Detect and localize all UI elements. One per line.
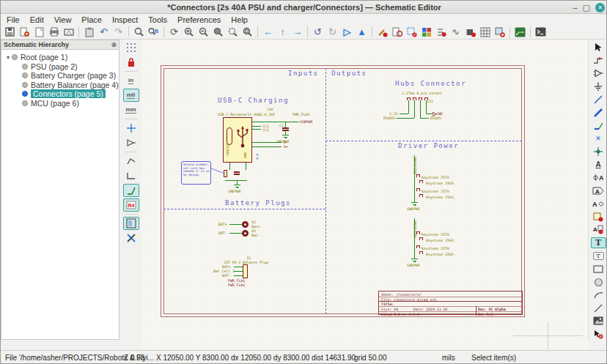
wire[interactable] [246,163,246,170]
menu-file[interactable]: File [7,15,20,24]
gnd-global-label[interactable]: GND [436,111,443,116]
zoom-in-icon[interactable] [183,26,195,38]
section-battery-plugs[interactable]: Battery Plugs [225,199,291,207]
menu-place[interactable]: Place [81,15,102,24]
mirror-vertical-icon[interactable]: ▲ [356,26,368,38]
redo-icon[interactable]: ↷ [112,26,125,38]
line-mode-free-icon[interactable] [123,155,139,168]
wire[interactable] [252,129,261,130]
balance-batp-label[interactable]: BAT+ [222,264,231,269]
balance-batm-label[interactable]: BAT- [222,273,231,278]
menu-preferences[interactable]: Preferences [177,15,221,24]
menu-edit[interactable]: Edit [30,15,44,24]
section-outputs[interactable]: Outputs [331,70,367,77]
run-erc-icon[interactable] [391,26,403,38]
hubs-note[interactable]: 1.27mm 4 pin socket [402,91,442,95]
select-tool-icon[interactable] [591,42,606,53]
keystone-label[interactable]: Keystone 3569 [426,252,454,256]
keystone-label[interactable]: Keystone 3570 [422,232,449,237]
keystone-terminal[interactable] [416,231,420,234]
add-circle-tool-icon[interactable] [591,276,606,288]
units-mils-icon[interactable]: mil [123,89,139,102]
navigate-back-icon[interactable]: ← [262,26,274,38]
units-inches-icon[interactable]: in [123,74,139,87]
print-icon[interactable] [48,26,60,38]
wire[interactable] [397,118,414,119]
snubber-cap-plate[interactable] [234,171,240,173]
add-symbol-tool-icon[interactable] [591,68,606,80]
add-label-tool-icon[interactable]: A [591,159,606,171]
gndpwr-label[interactable]: GNDPWR [407,263,419,267]
add-power-tool-icon[interactable] [591,81,606,92]
schematic-canvas[interactable]: Inputs Outputs Hubs Connector USB-C Char… [141,40,588,349]
keystone-label[interactable]: Keystone 3570 [422,246,449,250]
h2-value[interactable]: Bat- [251,233,260,237]
add-textbox-tool-icon[interactable]: T [593,252,604,261]
assign-footprints-icon[interactable] [464,26,477,38]
add-line-tool-icon[interactable] [591,302,606,314]
plot-icon[interactable] [62,26,75,38]
sync-sheet-pins-icon[interactable] [405,26,418,38]
gndpwr-label[interactable]: GNDPWR [228,189,240,193]
highlight-net-tool-icon[interactable] [591,55,606,67]
add-global-label-tool-icon[interactable]: A [591,185,606,197]
wire[interactable] [234,271,243,272]
units-mm-icon[interactable]: mm [123,103,139,116]
line-mode-90-icon[interactable] [123,169,139,182]
navigate-up-icon[interactable]: ↑ [276,26,289,38]
add-bus-entry-tool-icon[interactable] [591,120,606,132]
add-hierarchical-label-tool-icon[interactable]: A [591,198,606,209]
sidebar-item-battery-charger[interactable]: Battery Charger (page 3) [1,71,119,81]
keystone-terminal[interactable] [419,251,423,254]
scripting-console-icon[interactable] [534,26,547,38]
balance-value[interactable]: JST XH-3 Balance Plug [224,260,268,264]
hierarchy-close-icon[interactable]: ⊗ [111,41,117,48]
usbpwr-label[interactable]: USBPWR [300,119,312,124]
section-driver-power[interactable]: Driver Power [398,142,459,149]
h1-ref[interactable]: H1 [251,220,256,224]
keystone-terminal[interactable] [416,188,420,191]
rs485p-label[interactable]: RS485+ [383,116,396,120]
maximize-button[interactable]: ▢ [583,1,590,13]
zoom-out-icon[interactable] [197,26,210,38]
wire[interactable] [408,100,409,114]
pwr-flag-label[interactable]: PWR_FLAG [228,278,245,283]
keystone-terminal[interactable] [416,245,420,248]
keystone-label[interactable]: Keystone 3569 [426,195,454,199]
schematic-setup-icon[interactable] [18,26,31,38]
wire[interactable] [229,224,243,225]
wire[interactable] [400,114,408,114]
keystone-label[interactable]: Keystone 3570 [422,175,449,179]
find-icon[interactable] [133,26,145,38]
batm-label[interactable]: BAT- [218,231,227,235]
wire[interactable] [426,100,427,114]
balance-refdes[interactable]: J2 [246,256,251,260]
hierarchy-navigator-icon[interactable] [123,217,139,230]
add-text-tool-icon[interactable]: T [591,237,606,249]
note-box[interactable]: Shield snubber, not sure how needed it i… [181,161,211,185]
wire[interactable] [234,275,243,276]
section-usbc-charging[interactable]: USB-C Charging [218,97,289,104]
export-netlist-icon[interactable] [493,26,506,38]
wire[interactable] [225,180,247,181]
zoom-objects-icon[interactable] [227,26,239,38]
open-pcb-editor-icon[interactable] [514,26,526,38]
rotate-cw-icon[interactable]: ↻ [326,26,339,38]
page-settings-icon[interactable] [33,26,45,38]
balance-cell1-label[interactable]: Bat Cell 1 [213,269,235,273]
partition-line-right[interactable] [325,141,522,141]
rotate-ccw-icon[interactable]: ↺ [312,26,324,38]
add-bus-tool-icon[interactable] [591,107,606,119]
menu-view[interactable]: View [54,15,72,24]
annotate-auto-icon[interactable]: R4 [123,198,139,212]
find-replace-icon[interactable]: B [147,26,160,38]
wire[interactable] [285,122,286,127]
wire[interactable] [414,100,415,118]
gndpwr-label[interactable]: GNDPWR [407,207,419,211]
menu-help[interactable]: Help [231,15,248,24]
properties-manager-icon[interactable] [123,231,139,245]
add-image-tool-icon[interactable] [591,316,606,327]
add-rectangle-tool-icon[interactable] [591,263,606,275]
gndpwr-symbol[interactable] [234,185,240,188]
add-sheet-tool-icon[interactable] [591,211,606,223]
